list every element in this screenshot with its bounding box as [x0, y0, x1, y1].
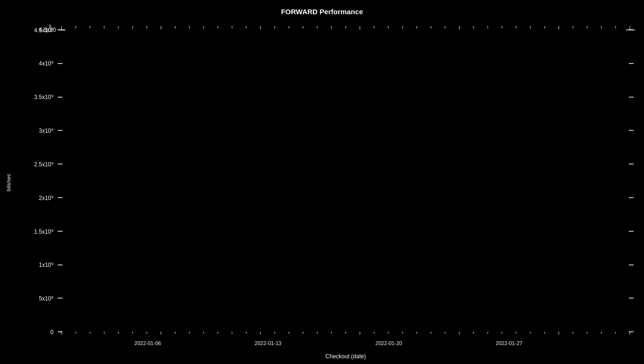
- y-label-0: 0: [50, 329, 54, 336]
- chart-svg: FORWARD Performance: [0, 0, 644, 364]
- y-label-3_5e9: 3.5x10⁹: [34, 94, 54, 100]
- chart-container: FORWARD Performance: [0, 0, 644, 364]
- x-label-jan6: 2022-01-06: [134, 340, 161, 346]
- y-tick-4_5e9: 4.5x10 9 — —: [39, 24, 635, 33]
- top-ticks: [62, 26, 630, 29]
- y-label-2_5e9: 2.5x10⁹: [34, 161, 54, 168]
- y-label-1e9: 1x10⁹: [39, 262, 54, 268]
- y-label-4_5e9: 4.5x10⁹: [34, 27, 54, 34]
- y-axis-label: bits/sec: [6, 173, 11, 191]
- y-label-1_5e9: 1.5x10⁹: [34, 228, 54, 235]
- x-label-jan13: 2022-01-13: [255, 340, 281, 346]
- chart-title: FORWARD Performance: [281, 8, 363, 16]
- x-axis-label: Checkout (date): [325, 353, 366, 360]
- x-label-jan27: 2022-01-27: [496, 340, 522, 346]
- y-label-5e8: 5x10⁸: [39, 295, 54, 302]
- y-label-2e9: 2x10⁹: [39, 195, 54, 201]
- bottom-ticks: [62, 332, 630, 335]
- x-label-jan20: 2022-01-20: [376, 340, 402, 346]
- y-label-3e9: 3x10⁹: [39, 127, 54, 134]
- y-label-4e9: 4x10⁹: [39, 60, 54, 67]
